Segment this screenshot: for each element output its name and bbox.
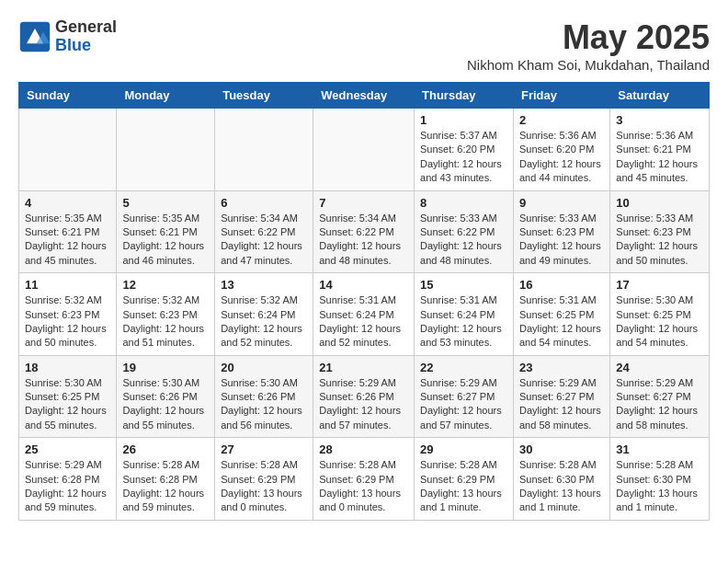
calendar-cell: 18Sunrise: 5:30 AM Sunset: 6:25 PM Dayli… (19, 355, 117, 438)
page-header: General Blue May 2025 Nikhom Kham Soi, M… (18, 18, 710, 73)
day-number: 8 (420, 196, 507, 210)
calendar-cell: 7Sunrise: 5:34 AM Sunset: 6:22 PM Daylig… (313, 190, 415, 273)
calendar-week-row: 4Sunrise: 5:35 AM Sunset: 6:21 PM Daylig… (19, 190, 710, 273)
location-subtitle: Nikhom Kham Soi, Mukdahan, Thailand (467, 57, 710, 73)
day-number: 22 (420, 361, 507, 374)
day-number: 31 (616, 442, 703, 456)
day-number: 18 (25, 361, 110, 374)
calendar-cell: 8Sunrise: 5:33 AM Sunset: 6:22 PM Daylig… (415, 190, 514, 273)
calendar-header-row: SundayMondayTuesdayWednesdayThursdayFrid… (19, 83, 710, 109)
logo-blue-text: Blue (55, 37, 117, 55)
day-number: 1 (420, 113, 507, 127)
day-number: 15 (420, 278, 507, 292)
day-detail: Sunrise: 5:30 AM Sunset: 6:26 PM Dayligh… (122, 376, 209, 433)
calendar-cell: 26Sunrise: 5:28 AM Sunset: 6:28 PM Dayli… (117, 438, 215, 521)
day-number: 20 (221, 361, 307, 374)
day-number: 14 (319, 278, 408, 292)
calendar-cell: 31Sunrise: 5:28 AM Sunset: 6:30 PM Dayli… (610, 438, 710, 521)
calendar-cell: 6Sunrise: 5:34 AM Sunset: 6:22 PM Daylig… (215, 190, 313, 273)
day-of-week-header: Friday (513, 83, 609, 109)
day-number: 25 (25, 442, 110, 456)
day-detail: Sunrise: 5:29 AM Sunset: 6:27 PM Dayligh… (420, 376, 507, 433)
day-detail: Sunrise: 5:29 AM Sunset: 6:26 PM Dayligh… (319, 376, 408, 433)
month-year-title: May 2025 (467, 18, 710, 57)
day-detail: Sunrise: 5:30 AM Sunset: 6:26 PM Dayligh… (221, 376, 307, 433)
day-number: 6 (221, 196, 307, 210)
calendar-cell: 20Sunrise: 5:30 AM Sunset: 6:26 PM Dayli… (215, 355, 313, 438)
day-number: 23 (519, 361, 604, 374)
calendar-cell: 5Sunrise: 5:35 AM Sunset: 6:21 PM Daylig… (117, 190, 215, 273)
day-detail: Sunrise: 5:32 AM Sunset: 6:23 PM Dayligh… (25, 293, 110, 350)
logo-general-text: General (55, 18, 117, 37)
calendar-cell: 10Sunrise: 5:33 AM Sunset: 6:23 PM Dayli… (610, 190, 710, 273)
calendar-cell: 14Sunrise: 5:31 AM Sunset: 6:24 PM Dayli… (313, 273, 415, 356)
day-detail: Sunrise: 5:34 AM Sunset: 6:22 PM Dayligh… (319, 212, 408, 269)
calendar-cell: 13Sunrise: 5:32 AM Sunset: 6:24 PM Dayli… (215, 273, 313, 356)
title-block: May 2025 Nikhom Kham Soi, Mukdahan, Thai… (467, 18, 710, 73)
day-detail: Sunrise: 5:28 AM Sunset: 6:30 PM Dayligh… (616, 458, 703, 515)
day-detail: Sunrise: 5:28 AM Sunset: 6:28 PM Dayligh… (122, 458, 209, 515)
calendar-cell: 1Sunrise: 5:37 AM Sunset: 6:20 PM Daylig… (415, 109, 514, 191)
calendar-week-row: 1Sunrise: 5:37 AM Sunset: 6:20 PM Daylig… (19, 109, 710, 191)
day-number: 28 (319, 442, 408, 456)
day-detail: Sunrise: 5:33 AM Sunset: 6:23 PM Dayligh… (616, 212, 703, 269)
day-number: 5 (122, 196, 209, 210)
day-detail: Sunrise: 5:34 AM Sunset: 6:22 PM Dayligh… (221, 212, 307, 269)
logo: General Blue (18, 18, 117, 55)
day-number: 11 (25, 278, 110, 292)
day-detail: Sunrise: 5:33 AM Sunset: 6:22 PM Dayligh… (420, 212, 507, 269)
day-number: 7 (319, 196, 408, 210)
day-detail: Sunrise: 5:29 AM Sunset: 6:28 PM Dayligh… (25, 458, 110, 515)
day-number: 21 (319, 361, 408, 374)
calendar-table: SundayMondayTuesdayWednesdayThursdayFrid… (18, 82, 710, 521)
calendar-cell: 11Sunrise: 5:32 AM Sunset: 6:23 PM Dayli… (19, 273, 117, 356)
day-of-week-header: Monday (117, 83, 215, 109)
day-detail: Sunrise: 5:29 AM Sunset: 6:27 PM Dayligh… (616, 376, 703, 433)
day-detail: Sunrise: 5:28 AM Sunset: 6:30 PM Dayligh… (519, 458, 604, 515)
calendar-cell: 21Sunrise: 5:29 AM Sunset: 6:26 PM Dayli… (313, 355, 415, 438)
calendar-cell: 30Sunrise: 5:28 AM Sunset: 6:30 PM Dayli… (513, 438, 609, 521)
calendar-cell: 29Sunrise: 5:28 AM Sunset: 6:29 PM Dayli… (415, 438, 514, 521)
calendar-cell: 22Sunrise: 5:29 AM Sunset: 6:27 PM Dayli… (415, 355, 514, 438)
calendar-cell: 23Sunrise: 5:29 AM Sunset: 6:27 PM Dayli… (513, 355, 609, 438)
day-detail: Sunrise: 5:33 AM Sunset: 6:23 PM Dayligh… (519, 212, 604, 269)
calendar-cell (19, 109, 117, 191)
calendar-cell (215, 109, 313, 191)
calendar-week-row: 18Sunrise: 5:30 AM Sunset: 6:25 PM Dayli… (19, 355, 710, 438)
day-detail: Sunrise: 5:32 AM Sunset: 6:24 PM Dayligh… (221, 293, 307, 350)
calendar-cell: 2Sunrise: 5:36 AM Sunset: 6:20 PM Daylig… (513, 109, 609, 191)
calendar-cell: 3Sunrise: 5:36 AM Sunset: 6:21 PM Daylig… (610, 109, 710, 191)
day-detail: Sunrise: 5:36 AM Sunset: 6:21 PM Dayligh… (616, 129, 703, 186)
calendar-cell: 19Sunrise: 5:30 AM Sunset: 6:26 PM Dayli… (117, 355, 215, 438)
calendar-cell: 27Sunrise: 5:28 AM Sunset: 6:29 PM Dayli… (215, 438, 313, 521)
calendar-cell: 15Sunrise: 5:31 AM Sunset: 6:24 PM Dayli… (415, 273, 514, 356)
day-number: 16 (519, 278, 604, 292)
day-detail: Sunrise: 5:35 AM Sunset: 6:21 PM Dayligh… (25, 212, 110, 269)
day-detail: Sunrise: 5:31 AM Sunset: 6:24 PM Dayligh… (420, 293, 507, 350)
day-number: 17 (616, 278, 703, 292)
day-number: 3 (616, 113, 703, 127)
day-number: 2 (519, 113, 604, 127)
calendar-week-row: 11Sunrise: 5:32 AM Sunset: 6:23 PM Dayli… (19, 273, 710, 356)
day-number: 9 (519, 196, 604, 210)
day-detail: Sunrise: 5:28 AM Sunset: 6:29 PM Dayligh… (420, 458, 507, 515)
day-of-week-header: Tuesday (215, 83, 313, 109)
logo-icon (18, 20, 51, 53)
day-number: 24 (616, 361, 703, 374)
day-detail: Sunrise: 5:30 AM Sunset: 6:25 PM Dayligh… (616, 293, 703, 350)
calendar-cell: 25Sunrise: 5:29 AM Sunset: 6:28 PM Dayli… (19, 438, 117, 521)
calendar-cell (313, 109, 415, 191)
calendar-cell: 28Sunrise: 5:28 AM Sunset: 6:29 PM Dayli… (313, 438, 415, 521)
day-number: 26 (122, 442, 209, 456)
calendar-cell (117, 109, 215, 191)
calendar-week-row: 25Sunrise: 5:29 AM Sunset: 6:28 PM Dayli… (19, 438, 710, 521)
day-detail: Sunrise: 5:28 AM Sunset: 6:29 PM Dayligh… (319, 458, 408, 515)
day-detail: Sunrise: 5:28 AM Sunset: 6:29 PM Dayligh… (221, 458, 307, 515)
day-detail: Sunrise: 5:37 AM Sunset: 6:20 PM Dayligh… (420, 129, 507, 186)
day-of-week-header: Sunday (19, 83, 117, 109)
day-detail: Sunrise: 5:32 AM Sunset: 6:23 PM Dayligh… (122, 293, 209, 350)
calendar-cell: 9Sunrise: 5:33 AM Sunset: 6:23 PM Daylig… (513, 190, 609, 273)
day-detail: Sunrise: 5:31 AM Sunset: 6:25 PM Dayligh… (519, 293, 604, 350)
day-detail: Sunrise: 5:31 AM Sunset: 6:24 PM Dayligh… (319, 293, 408, 350)
calendar-cell: 12Sunrise: 5:32 AM Sunset: 6:23 PM Dayli… (117, 273, 215, 356)
